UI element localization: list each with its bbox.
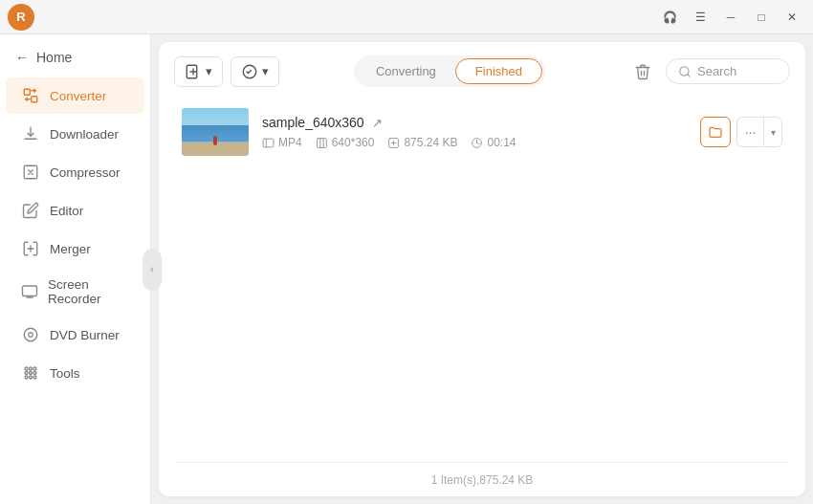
svg-point-8 <box>33 367 36 370</box>
file-size-value: 875.24 KB <box>404 136 457 149</box>
resolution-icon <box>316 137 328 149</box>
svg-point-10 <box>30 372 33 375</box>
file-meta: MP4 640*360 875.24 KB 00:14 <box>262 136 687 149</box>
file-name: sample_640x360 <box>262 115 364 130</box>
sidebar-item-screen-recorder[interactable]: Screen Recorder <box>6 269 144 315</box>
svg-rect-1 <box>32 97 37 102</box>
sidebar-item-tools[interactable]: Tools <box>6 355 144 391</box>
add-file-arrow: ▾ <box>206 64 212 78</box>
svg-point-6 <box>25 367 28 370</box>
open-folder-button[interactable] <box>700 117 731 147</box>
folder-icon <box>708 124 723 140</box>
search-placeholder: Search <box>697 64 736 78</box>
convert-button[interactable]: ▾ <box>231 56 279 87</box>
file-resolution-value: 640*360 <box>332 136 375 149</box>
delete-icon <box>634 63 651 80</box>
home-label: Home <box>36 50 72 65</box>
menu-button[interactable]: ☰ <box>687 4 714 31</box>
dvd-burner-label: DVD Burner <box>50 328 120 342</box>
merger-label: Merger <box>50 242 91 256</box>
svg-point-14 <box>33 376 36 379</box>
converter-label: Converter <box>50 89 106 103</box>
minimize-button[interactable]: ─ <box>717 4 744 31</box>
downloader-icon <box>21 124 40 143</box>
size-icon <box>387 137 400 149</box>
svg-point-11 <box>33 372 36 375</box>
search-box[interactable]: Search <box>666 58 790 84</box>
thumb-person <box>213 136 217 145</box>
file-format-value: MP4 <box>278 136 302 149</box>
close-button[interactable]: ✕ <box>779 4 805 31</box>
svg-point-9 <box>25 372 28 375</box>
format-icon <box>262 137 275 149</box>
delete-button[interactable] <box>627 56 658 87</box>
editor-label: Editor <box>50 204 83 218</box>
footer: 1 Item(s),875.24 KB <box>174 462 790 496</box>
sidebar-item-dvd-burner[interactable]: DVD Burner <box>6 317 144 353</box>
sidebar-home[interactable]: ← Home <box>0 42 150 77</box>
file-format: MP4 <box>262 136 302 149</box>
convert-arrow: ▾ <box>262 64 269 78</box>
tools-icon <box>21 363 40 383</box>
external-link-icon[interactable]: ↗ <box>372 116 383 130</box>
screen-recorder-label: Screen Recorder <box>48 277 129 306</box>
file-name-row: sample_640x360 ↗ <box>262 115 687 130</box>
file-duration: 00:14 <box>471 136 516 149</box>
convert-icon <box>241 63 258 80</box>
more-options-button[interactable]: ··· <box>736 117 763 147</box>
dropdown-arrow-button[interactable]: ▾ <box>763 117 782 147</box>
sidebar-item-converter[interactable]: Converter <box>6 77 144 114</box>
sidebar-item-editor[interactable]: Editor <box>6 192 144 229</box>
file-size: 875.24 KB <box>387 136 457 149</box>
file-item: sample_640x360 ↗ MP4 640*360 <box>174 99 790 165</box>
file-list: sample_640x360 ↗ MP4 640*360 <box>174 99 790 462</box>
app-body: ← Home Converter Downloader Compressor <box>0 34 813 504</box>
svg-point-12 <box>25 376 28 379</box>
add-file-icon <box>185 63 202 80</box>
headphones-button[interactable]: 🎧 <box>656 4 683 31</box>
svg-rect-18 <box>263 139 274 147</box>
sidebar-item-downloader[interactable]: Downloader <box>6 116 144 152</box>
svg-rect-3 <box>23 286 37 296</box>
tabs: Converting Finished <box>354 55 545 87</box>
svg-rect-19 <box>317 138 326 147</box>
file-duration-value: 00:14 <box>487 136 516 149</box>
action-dropdown: ··· ▾ <box>736 117 782 147</box>
file-resolution: 640*360 <box>316 136 375 149</box>
tab-finished[interactable]: Finished <box>455 58 542 84</box>
downloader-label: Downloader <box>50 127 119 142</box>
compressor-icon <box>21 163 40 182</box>
back-icon: ← <box>15 50 29 65</box>
sidebar-item-merger[interactable]: Merger <box>6 230 144 267</box>
svg-rect-0 <box>24 89 30 95</box>
merger-icon <box>21 239 40 258</box>
screen-recorder-icon <box>21 282 38 301</box>
sidebar-item-compressor[interactable]: Compressor <box>6 154 144 190</box>
svg-point-4 <box>24 328 37 341</box>
converter-icon <box>21 86 40 105</box>
file-info: sample_640x360 ↗ MP4 640*360 <box>262 115 687 149</box>
more-icon: ··· <box>745 124 757 140</box>
maximize-button[interactable]: □ <box>748 4 775 31</box>
chevron-down-icon: ▾ <box>771 127 776 138</box>
svg-point-7 <box>30 367 33 370</box>
main-content: ▾ ▾ Converting Finished Search <box>159 42 805 496</box>
sidebar: ← Home Converter Downloader Compressor <box>0 34 151 504</box>
svg-point-13 <box>30 376 33 379</box>
duration-icon <box>471 137 483 149</box>
file-actions: ··· ▾ <box>700 117 782 147</box>
toolbar: ▾ ▾ Converting Finished Search <box>174 55 790 87</box>
add-file-button[interactable]: ▾ <box>174 56 223 87</box>
footer-summary: 1 Item(s),875.24 KB <box>431 473 534 487</box>
avatar: R <box>8 4 34 31</box>
svg-point-5 <box>29 333 33 338</box>
tab-converting[interactable]: Converting <box>357 59 455 83</box>
file-thumbnail <box>182 108 249 156</box>
sidebar-toggle[interactable]: ‹ <box>143 249 162 291</box>
titlebar: R 🎧 ☰ ─ □ ✕ <box>0 0 813 34</box>
tools-label: Tools <box>50 366 80 381</box>
dvd-burner-icon <box>21 325 40 344</box>
search-icon <box>678 65 692 78</box>
editor-icon <box>21 201 40 220</box>
compressor-label: Compressor <box>50 165 121 180</box>
